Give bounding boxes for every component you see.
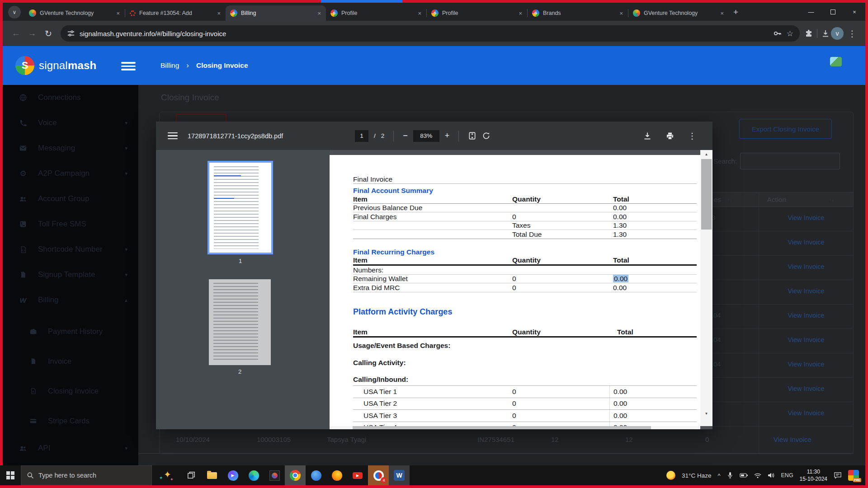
brand-logo[interactable]: S signalmash [15,46,96,85]
firefox-icon[interactable] [326,465,347,485]
sidebar-item-messaging[interactable]: Messaging ▾ [3,136,138,161]
edge-icon[interactable] [243,465,264,485]
taskbar-search[interactable]: Type here to search [21,465,152,485]
menu-hamburger-icon[interactable] [121,60,136,72]
tab-profile-1[interactable]: S Profile × [326,5,426,21]
view-invoice-link[interactable]: View Invoice [759,385,854,392]
sidebar-item-stripe-cards[interactable]: Stripe Cards [3,406,138,436]
tab-gventure-1[interactable]: GVenture Technology × [24,5,125,21]
view-invoice-link[interactable]: View Invoice [759,312,854,319]
notification-center-icon[interactable] [834,472,842,479]
close-icon[interactable]: × [416,10,423,17]
sort-icon[interactable]: ↑↓ [830,197,834,202]
more-options-icon[interactable]: ⋮ [688,131,696,141]
sidebar-item-a2p-campaign[interactable]: ⚙ A2P Campaign ▾ [3,161,138,186]
clock[interactable]: 11:30 15-10-2024 [800,468,827,483]
sidebar-item-invoice[interactable]: Invoice [3,346,138,376]
scroll-down-icon[interactable]: ▼ [700,409,712,418]
sidebar-item-toll-free-sms[interactable]: Toll Free SMS [3,211,138,237]
sidebar-item-closing-invoice[interactable]: Closing Invoice [3,376,138,406]
pdf-menu-icon[interactable] [168,131,178,141]
youtube-icon[interactable]: ▶ [347,465,368,485]
profile-avatar[interactable]: v [831,27,844,40]
view-invoice-link[interactable]: View Invoice [759,336,854,343]
minimize-button[interactable]: — [800,3,822,21]
print-icon[interactable] [665,131,675,141]
scrollbar-thumb[interactable] [701,159,712,230]
zoom-out-button[interactable]: − [403,131,408,141]
network-icon[interactable] [754,473,761,479]
forward-button[interactable]: → [24,26,40,41]
close-window-button[interactable]: × [844,3,865,21]
view-invoice-link[interactable]: View Invoice [759,361,854,368]
screen-capture-app-icon[interactable]: PRE [848,470,859,481]
sidebar-item-signup-template[interactable]: Signup Template ▾ [3,262,138,287]
tray-expand-icon[interactable]: ^ [717,472,720,479]
new-tab-button[interactable]: + [733,7,738,17]
view-invoice-link[interactable]: View Invoice [759,214,854,221]
view-invoice-link[interactable]: View Invoice [759,263,854,270]
downloads-icon[interactable] [821,29,830,38]
battery-icon[interactable] [740,473,748,478]
address-bar[interactable]: signalmash.gventure.info/#/billing/closi… [61,25,800,42]
sidebar-item-shortcode-number[interactable]: Shortcode Number ▾ [3,237,138,262]
tab-brands[interactable]: S Brands × [528,5,628,21]
chrome-taskbar-icon[interactable] [285,465,306,485]
tab-gventure-2[interactable]: GVenture Technology × [628,5,729,21]
media-player-icon[interactable]: ▶ [222,465,243,485]
tab-redmine-feature[interactable]: Feature #13054: Add × [125,5,226,21]
sidebar-item-connections[interactable]: Connections [3,85,138,110]
close-icon[interactable]: × [618,10,624,17]
speaker-icon[interactable] [768,472,775,479]
sidebar-item-payment-history[interactable]: Payment History [3,316,138,346]
url-text[interactable]: signalmash.gventure.info/#/billing/closi… [80,30,769,38]
task-view-button[interactable] [181,465,202,485]
download-icon[interactable] [643,131,652,141]
pdf-vertical-scrollbar[interactable]: ▲ ▼ [700,150,712,426]
close-icon[interactable]: × [517,10,524,17]
passwords-key-icon[interactable] [773,29,782,38]
browser-menu-icon[interactable]: ⋮ [844,26,860,41]
view-invoice-link[interactable]: View Invoice [774,436,811,443]
close-icon[interactable]: × [115,10,121,17]
tab-billing-active[interactable]: S Billing × [226,5,326,21]
close-icon[interactable]: × [719,10,725,17]
sidebar-item-api[interactable]: API ▾ [3,436,138,461]
fit-page-icon[interactable] [468,131,476,140]
tab-profile-2[interactable]: S Profile × [427,5,527,21]
page-1-thumbnail[interactable] [208,161,273,254]
extensions-puzzle-icon[interactable] [804,29,813,38]
back-button[interactable]: ← [8,26,24,41]
sidebar-item-account-group[interactable]: Account Group [3,186,138,211]
sort-icon[interactable]: ↑↓ [727,197,732,202]
scroll-up-icon[interactable]: ▲ [700,150,712,159]
maximize-button[interactable] [822,3,844,21]
reload-button[interactable]: ↻ [41,26,56,41]
weather-text[interactable]: 31°C Haze [682,472,711,479]
zoom-in-button[interactable]: + [445,131,450,141]
sidebar-item-voice[interactable]: Voice ▾ [3,110,138,136]
site-info-icon[interactable] [67,29,75,38]
page-number-input[interactable]: 1 [355,130,368,142]
rotate-icon[interactable] [482,131,491,140]
bookmark-star-icon[interactable]: ☆ [787,29,793,38]
start-button[interactable] [0,465,21,485]
messaging-app-icon[interactable]: 4 [368,465,389,485]
view-invoice-link[interactable]: View Invoice [759,287,854,295]
pdf-horizontal-scrollbar[interactable] [330,426,700,429]
microphone-icon[interactable] [727,472,733,479]
view-invoice-link[interactable]: View Invoice [759,409,854,417]
cloud-app-icon[interactable] [306,465,326,485]
scrollbar-thumb[interactable] [353,426,651,429]
file-explorer-icon[interactable] [202,465,222,485]
taxes-column-header[interactable]: es [714,196,721,203]
photos-app-icon[interactable] [264,465,285,485]
view-invoice-link[interactable]: View Invoice [759,239,854,246]
zoom-level[interactable]: 83% [413,130,439,142]
search-input[interactable] [740,153,840,169]
weather-icon[interactable] [666,471,675,480]
sidebar-item-billing[interactable]: w Billing ▴ [3,287,138,313]
close-icon[interactable]: × [216,10,222,17]
search-highlights-icon[interactable]: ✦✦✦ [152,465,181,485]
export-closing-invoice-button[interactable]: Export Closing Invoice [739,119,832,139]
